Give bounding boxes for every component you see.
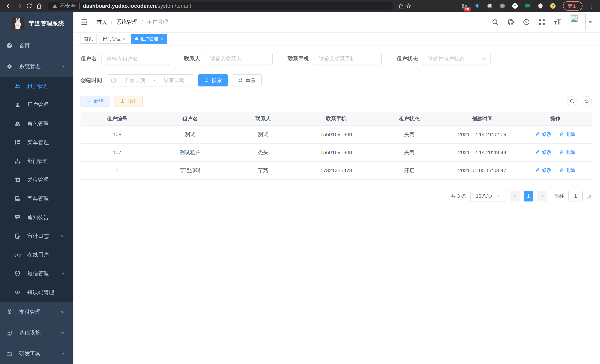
sidebar-item-label: 短信管理 bbox=[27, 270, 49, 277]
edit-link[interactable]: 修改 bbox=[535, 167, 552, 173]
delete-label: 删除 bbox=[565, 131, 575, 138]
url-separator bbox=[79, 3, 80, 9]
cell-contact: 芋艿 bbox=[226, 161, 300, 179]
id-badge-icon bbox=[14, 177, 21, 183]
sidebar-item-dict[interactable]: 字典管理 bbox=[0, 189, 73, 208]
date-end-placeholder: 结束日期 bbox=[159, 77, 190, 84]
browser-menu-icon[interactable]: ⋮ bbox=[588, 3, 596, 9]
cell-status: 关闭 bbox=[373, 143, 446, 161]
cell-phone: 17321315478 bbox=[300, 161, 373, 179]
tab-home[interactable]: 首页 bbox=[81, 34, 97, 44]
phone-input[interactable] bbox=[314, 53, 382, 65]
page-size-select[interactable]: 10条/页 bbox=[470, 191, 506, 202]
sidebar-item-devtools[interactable]: 研发工具 bbox=[0, 343, 73, 364]
sidebar-item-role[interactable]: 角色管理 bbox=[0, 114, 73, 133]
svg-text:?: ? bbox=[525, 20, 528, 24]
breadcrumb-item[interactable]: 首页 bbox=[96, 18, 107, 26]
tab-dept[interactable]: 部门管理 × bbox=[99, 34, 129, 44]
search-icon bbox=[570, 99, 574, 103]
sidebar-item-menu[interactable]: 菜单管理 bbox=[0, 133, 73, 152]
share-icon bbox=[398, 3, 404, 9]
refresh-table-button[interactable] bbox=[582, 96, 592, 106]
cell-contact: 测试 bbox=[226, 125, 300, 143]
delete-link[interactable]: 删除 bbox=[559, 167, 575, 173]
sidebar-item-notice[interactable]: 通知公告 bbox=[0, 208, 73, 227]
extension-dot-icon[interactable] bbox=[499, 2, 506, 10]
github-link-button[interactable] bbox=[507, 19, 514, 26]
add-button[interactable]: 新增 bbox=[81, 96, 110, 106]
tab-close-icon[interactable]: × bbox=[123, 36, 125, 41]
sidebar-item-post[interactable]: 岗位管理 bbox=[0, 170, 73, 189]
date-range-picker[interactable]: 开始日期 - 结束日期 bbox=[107, 74, 194, 86]
browser-home-button[interactable] bbox=[34, 1, 44, 11]
next-page-button[interactable] bbox=[537, 191, 547, 202]
reset-button[interactable]: 重置 bbox=[232, 74, 262, 86]
trash-icon bbox=[559, 132, 564, 137]
font-size-button[interactable]: TT bbox=[554, 18, 561, 26]
edit-link[interactable]: 修改 bbox=[535, 131, 552, 138]
fullscreen-button[interactable] bbox=[538, 19, 545, 26]
browser-forward-button[interactable] bbox=[14, 1, 24, 11]
tab-label: 部门管理 bbox=[103, 36, 121, 42]
cell-phone: 15601691300 bbox=[300, 125, 373, 143]
current-page-button[interactable]: 1 bbox=[524, 191, 533, 202]
export-button[interactable]: 导出 bbox=[114, 96, 143, 106]
prev-page-button[interactable] bbox=[510, 191, 520, 202]
delete-link[interactable]: 删除 bbox=[559, 149, 575, 156]
sidebar-item-error-code[interactable]: 错误码管理 bbox=[0, 283, 73, 302]
contact-input[interactable] bbox=[205, 53, 273, 65]
extension-badge: 10 bbox=[464, 7, 470, 11]
tab-tenant[interactable]: 租户管理 × bbox=[131, 34, 167, 44]
browser-back-button[interactable] bbox=[4, 1, 14, 11]
extension-command-icon[interactable]: ⌘ bbox=[486, 2, 494, 10]
show-search-toggle-button[interactable] bbox=[567, 96, 577, 106]
extension-blocker-icon[interactable]: 10 bbox=[461, 2, 468, 10]
pagination-total: 共 3 条 bbox=[451, 193, 466, 199]
status-select[interactable] bbox=[423, 53, 490, 65]
puzzle-icon bbox=[537, 3, 543, 9]
url-path: /system/tenant bbox=[156, 3, 191, 9]
sidebar-item-infra[interactable]: 基础设施 bbox=[0, 322, 73, 343]
sidebar-item-online-user[interactable]: 在线用户 bbox=[0, 245, 73, 264]
sidebar-item-tenant[interactable]: 租户管理 bbox=[0, 77, 73, 95]
address-bar[interactable]: 不安全 dashboard.yudao.iocoder.cn /system/t… bbox=[47, 2, 393, 10]
breadcrumb-item[interactable]: 系统管理 bbox=[116, 18, 138, 26]
sidebar-item-dept[interactable]: 部门管理 bbox=[0, 152, 73, 170]
sidebar-toggle-button[interactable] bbox=[81, 18, 88, 26]
delete-link[interactable]: 删除 bbox=[559, 131, 575, 138]
sidebar-item-audit-log[interactable]: 审计日志 bbox=[0, 227, 73, 245]
extension-gem-icon[interactable] bbox=[473, 2, 481, 10]
search-button[interactable]: 搜索 bbox=[198, 74, 228, 86]
cell-tenant-name: 测试 bbox=[154, 125, 227, 143]
sidebar-item-user[interactable]: 用户管理 bbox=[0, 95, 73, 114]
table-row: 108 测试 测试 15601691300 关闭 2021-12-14 21:0… bbox=[81, 125, 592, 143]
emoji-face-icon bbox=[550, 3, 556, 9]
sidebar-item-pay[interactable]: ¥ 支付管理 bbox=[0, 302, 73, 322]
share-button[interactable] bbox=[397, 2, 405, 10]
help-button[interactable]: ? bbox=[523, 19, 530, 26]
tab-close-icon[interactable]: × bbox=[160, 36, 163, 41]
sidebar-item-label: 支付管理 bbox=[19, 308, 41, 316]
logo-image bbox=[11, 18, 24, 30]
sidebar-item-home[interactable]: 首页 bbox=[0, 35, 73, 56]
extension-chat-icon[interactable] bbox=[524, 2, 531, 10]
header-search-button[interactable] bbox=[492, 19, 499, 26]
tenant-name-input[interactable] bbox=[102, 53, 169, 65]
sidebar-item-label: 首页 bbox=[19, 42, 30, 49]
goto-page-input[interactable] bbox=[568, 191, 583, 202]
tenant-users-icon bbox=[14, 83, 21, 89]
sidebar-item-system[interactable]: 系统管理 bbox=[0, 56, 73, 77]
filter-label-phone: 联系手机 bbox=[288, 55, 309, 63]
user-avatar-menu[interactable] bbox=[570, 14, 592, 30]
browser-profile-avatar[interactable] bbox=[549, 2, 557, 10]
chevron-up-icon bbox=[60, 64, 65, 69]
browser-update-button[interactable]: 更新 bbox=[563, 1, 582, 10]
browser-reload-button[interactable] bbox=[24, 1, 34, 11]
extensions-puzzle-button[interactable] bbox=[536, 2, 544, 10]
bookmark-button[interactable] bbox=[405, 2, 412, 10]
extension-y-icon[interactable]: Y bbox=[511, 2, 519, 10]
sidebar-item-sms[interactable]: 短信管理 bbox=[0, 264, 73, 283]
goto-label: 前往 bbox=[554, 193, 564, 199]
sidebar: 芋道管理系统 首页 系统管理 租户管理 用户管理 角色管理 bbox=[0, 12, 73, 364]
edit-link[interactable]: 修改 bbox=[535, 149, 552, 156]
